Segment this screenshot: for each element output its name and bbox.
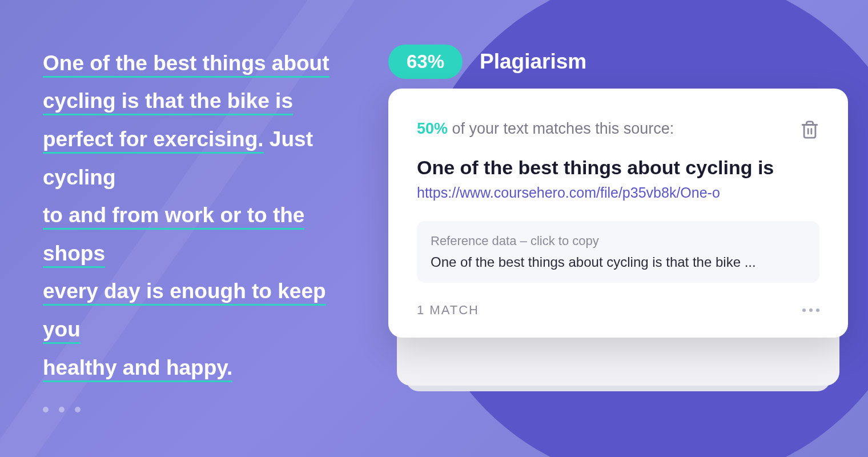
source-url-link[interactable]: https://www.coursehero.com/file/p35vb8k/…	[417, 185, 819, 201]
ellipsis-dot-icon	[816, 308, 819, 312]
more-options-button[interactable]	[802, 308, 819, 312]
score-label: Plagiarism	[480, 50, 586, 74]
match-percent-value: 50%	[417, 120, 448, 137]
match-percentage-line: 50% of your text matches this source:	[417, 120, 674, 138]
dot-indicator	[43, 407, 49, 412]
source-match-card: 50% of your text matches this source: On…	[388, 89, 848, 338]
card-footer: 1 MATCH	[417, 303, 819, 318]
highlighted-text-line: every day is enough to keep you	[43, 279, 326, 344]
plagiarism-score-header: 63% Plagiarism	[388, 45, 586, 79]
ellipsis-dot-icon	[809, 308, 813, 312]
match-count-label: 1 MATCH	[417, 303, 479, 318]
reference-label: Reference data – click to copy	[431, 234, 806, 248]
card-header-row: 50% of your text matches this source:	[417, 120, 819, 139]
source-title: One of the best things about cycling is	[417, 157, 819, 179]
dot-indicator	[75, 407, 81, 412]
highlighted-text-line: cycling is that the bike is	[43, 89, 293, 115]
source-card-stack: 50% of your text matches this source: On…	[388, 89, 848, 338]
sample-paragraph: One of the best things about cycling is …	[43, 45, 365, 387]
pagination-dots	[43, 407, 365, 412]
results-panel: 63% Plagiarism 50% of your text matches …	[388, 0, 868, 457]
main-container: One of the best things about cycling is …	[0, 0, 868, 457]
sample-text-panel: One of the best things about cycling is …	[0, 45, 388, 412]
match-percent-suffix: of your text matches this source:	[448, 120, 674, 137]
dot-indicator	[59, 407, 65, 412]
highlighted-text-line: to and from work or to the shops	[43, 203, 304, 268]
highlighted-text-line: perfect for exercising.	[43, 127, 264, 154]
trash-icon[interactable]	[800, 120, 819, 139]
ellipsis-dot-icon	[802, 308, 806, 312]
score-percentage-pill: 63%	[388, 45, 463, 79]
reference-copy-box[interactable]: Reference data – click to copy One of th…	[417, 221, 819, 283]
highlighted-text-line: One of the best things about	[43, 51, 329, 78]
highlighted-text-line: healthy and happy.	[43, 356, 232, 382]
reference-snippet: One of the best things about cycling is …	[431, 254, 806, 270]
